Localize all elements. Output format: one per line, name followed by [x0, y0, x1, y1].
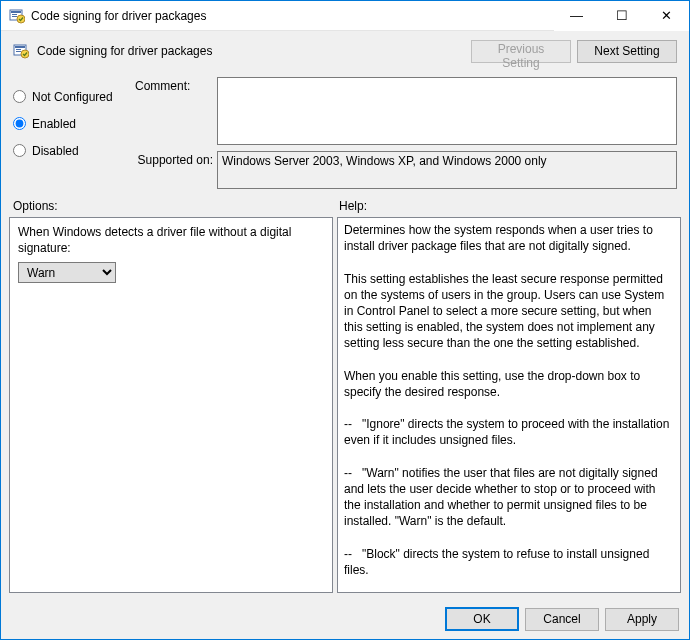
svg-rect-3 — [12, 16, 17, 17]
state-radio-group: Not Configured Enabled Disabled — [13, 77, 135, 189]
close-button[interactable]: ✕ — [644, 1, 689, 31]
dialog-window: Code signing for driver packages — ☐ ✕ C… — [0, 0, 690, 640]
top-form: Not Configured Enabled Disabled Comment:… — [1, 71, 689, 197]
svg-rect-7 — [16, 49, 21, 50]
comment-label: Comment: — [135, 77, 217, 145]
radio-not-configured-input[interactable] — [13, 90, 26, 103]
next-setting-button[interactable]: Next Setting — [577, 40, 677, 63]
previous-setting-button[interactable]: Previous Setting — [471, 40, 571, 63]
ok-button[interactable]: OK — [445, 607, 519, 631]
svg-rect-2 — [12, 14, 17, 15]
options-panel: When Windows detects a driver file witho… — [9, 217, 333, 593]
radio-disabled-label: Disabled — [32, 144, 79, 158]
radio-disabled[interactable]: Disabled — [13, 137, 135, 164]
help-section-label: Help: — [339, 199, 677, 213]
section-labels: Options: Help: — [1, 197, 689, 217]
radio-enabled-input[interactable] — [13, 117, 26, 130]
radio-enabled-label: Enabled — [32, 117, 76, 131]
minimize-button[interactable]: — — [554, 1, 599, 31]
option-prompt: When Windows detects a driver file witho… — [18, 224, 324, 256]
radio-not-configured[interactable]: Not Configured — [13, 83, 135, 110]
apply-button[interactable]: Apply — [605, 608, 679, 631]
maximize-button[interactable]: ☐ — [599, 1, 644, 31]
cancel-button[interactable]: Cancel — [525, 608, 599, 631]
supported-label: Supported on: — [135, 151, 217, 189]
options-section-label: Options: — [13, 199, 339, 213]
header-row: Code signing for driver packages Previou… — [1, 31, 689, 71]
window-title: Code signing for driver packages — [31, 9, 206, 23]
titlebar: Code signing for driver packages — ☐ ✕ — [1, 1, 689, 31]
svg-rect-1 — [11, 11, 21, 13]
comment-input[interactable] — [217, 77, 677, 145]
app-icon — [9, 8, 25, 24]
radio-disabled-input[interactable] — [13, 144, 26, 157]
radio-enabled[interactable]: Enabled — [13, 110, 135, 137]
radio-not-configured-label: Not Configured — [32, 90, 113, 104]
svg-rect-6 — [15, 46, 25, 48]
top-fields: Comment: Supported on: — [135, 77, 677, 189]
dialog-footer: OK Cancel Apply — [1, 599, 689, 639]
policy-title: Code signing for driver packages — [37, 44, 212, 58]
help-text[interactable]: Determines how the system responds when … — [338, 218, 680, 592]
supported-on-box — [217, 151, 677, 189]
policy-icon — [13, 43, 29, 59]
help-panel: Determines how the system responds when … — [337, 217, 681, 593]
main-split: When Windows detects a driver file witho… — [1, 217, 689, 599]
svg-rect-8 — [16, 51, 21, 52]
signature-response-dropdown[interactable]: Warn — [18, 262, 116, 283]
